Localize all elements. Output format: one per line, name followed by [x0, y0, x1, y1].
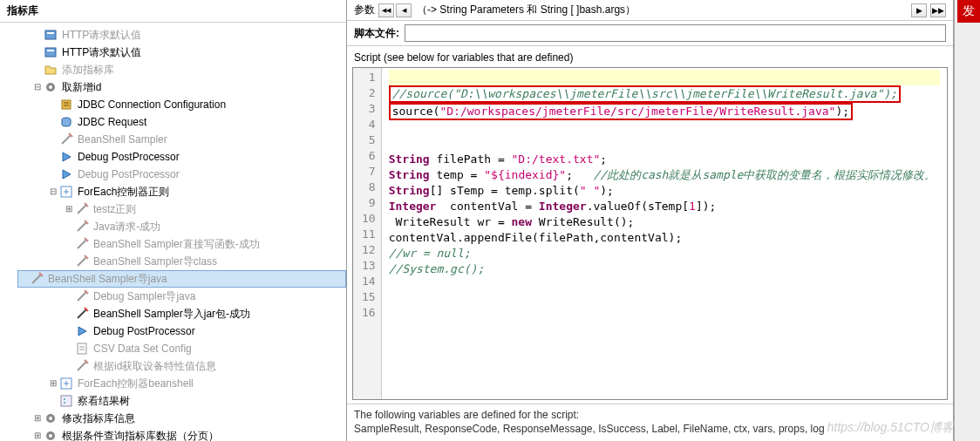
tree-item[interactable]: 根据id获取设备特性值信息 — [17, 357, 346, 375]
script-file-input[interactable] — [405, 24, 946, 42]
jdbc-req-icon — [59, 115, 73, 129]
tree-item[interactable]: 添加指标库 — [17, 61, 346, 78]
collapse-icon[interactable]: ⊟ — [49, 187, 58, 196]
sampler-icon — [75, 220, 89, 234]
foreach-icon — [59, 185, 73, 199]
expand-icon[interactable]: ⊞ — [49, 379, 58, 388]
tree-item[interactable]: ⊟ForEach控制器正则 — [17, 183, 346, 200]
tree-item[interactable]: ⊞testz正则 — [17, 200, 346, 218]
tree-item[interactable]: ⊞根据条件查询指标库数据（分页） — [17, 427, 346, 441]
footer-line-2: SampleResult, ResponseCode, ResponseMess… — [354, 422, 946, 436]
code-line[interactable]: source("D:/workspaces/jmeterFile/src/jme… — [389, 103, 940, 120]
nav-last-button[interactable]: ▶▶ — [930, 3, 946, 17]
tree-item[interactable]: JDBC Request — [17, 113, 346, 131]
gear-icon — [44, 411, 58, 425]
tree-item[interactable]: 察看结果树 — [17, 392, 346, 410]
tree-item-label: ForEach控制器正则 — [78, 184, 169, 200]
code-line[interactable]: Integer contentVal = Integer.valueOf(sTe… — [389, 199, 940, 214]
tree-item-label: BeanShell Sampler导java — [48, 271, 167, 287]
code-line[interactable]: String filePath = "D:/text.txt"; — [389, 152, 940, 167]
svg-rect-14 — [78, 343, 86, 354]
footer-line-1: The following variables are defined for … — [354, 408, 946, 422]
svg-point-5 — [49, 85, 52, 89]
toggle-placeholder — [65, 222, 73, 231]
sampler-icon — [30, 272, 44, 286]
tree-item[interactable]: CSV Data Set Config — [17, 340, 346, 357]
code-line[interactable] — [389, 309, 940, 324]
nav-next-button[interactable]: ▶ — [911, 3, 927, 17]
tree-item[interactable]: ⊟取新增id — [17, 78, 346, 96]
tree-item[interactable]: BeanShell Sampler直接写函数-成功 — [17, 235, 346, 253]
tree-item[interactable]: Debug Sampler导java — [17, 288, 346, 305]
code-line[interactable] — [389, 293, 940, 309]
svg-rect-2 — [45, 48, 56, 57]
tree-item[interactable]: HTTP请求默认值 — [17, 26, 346, 44]
csv-icon — [75, 342, 89, 356]
sampler-icon — [75, 359, 89, 373]
code-editor[interactable]: 12345678910111213141516 //source("D:\\wo… — [352, 67, 948, 400]
tree-item[interactable]: ⊞修改指标库信息 — [17, 410, 346, 427]
tree-item[interactable]: BeanShell Sampler导class — [17, 253, 346, 270]
toggle-placeholder — [65, 292, 73, 301]
tree-item[interactable]: HTTP请求默认值 — [17, 44, 346, 61]
http-icon — [44, 28, 58, 42]
nav-prev-button[interactable]: ◀ — [396, 3, 412, 17]
svg-rect-6 — [62, 100, 71, 109]
tree-item-label: HTTP请求默认值 — [62, 44, 141, 60]
tree-item[interactable]: Java请求-成功 — [17, 218, 346, 235]
svg-rect-0 — [45, 31, 56, 39]
expand-icon[interactable]: ⊞ — [65, 205, 73, 214]
collapse-icon[interactable]: ⊟ — [33, 83, 42, 92]
sampler-icon — [75, 237, 89, 251]
tree-item[interactable]: Debug PostProcessor — [17, 166, 346, 183]
code-line[interactable]: contentVal.appendFile(filePath,contentVa… — [389, 230, 940, 246]
tree-item[interactable]: BeanShell Sampler导入jar包-成功 — [17, 305, 346, 322]
code-line[interactable]: //System.gc(); — [389, 261, 940, 277]
svg-marker-11 — [63, 170, 71, 179]
tree-item[interactable]: JDBC Connection Configuration — [17, 96, 346, 113]
tree-item-label: Debug PostProcessor — [93, 323, 195, 339]
code-line[interactable] — [389, 120, 940, 136]
toggle-placeholder — [65, 309, 73, 318]
tree-item-label: 修改指标库信息 — [62, 410, 135, 426]
tree-item-label: Debug PostProcessor — [78, 166, 180, 182]
tree-item[interactable]: BeanShell Sampler — [17, 131, 346, 148]
toggle-placeholder — [33, 48, 42, 57]
tree-item[interactable]: Debug PostProcessor — [17, 148, 346, 166]
toggle-placeholder — [33, 65, 42, 74]
publish-button[interactable]: 发 — [957, 0, 980, 23]
code-line[interactable] — [389, 70, 940, 85]
tree-item-label: 根据条件查询指标库数据（分页） — [62, 428, 219, 441]
expand-icon[interactable]: ⊞ — [33, 414, 42, 423]
tree-item-label: 根据id获取设备特性值信息 — [93, 358, 216, 374]
nav-first-button[interactable]: ◀◀ — [378, 3, 394, 17]
toggle-placeholder — [49, 397, 58, 405]
tree-item-label: Debug Sampler导java — [93, 288, 195, 304]
tree-item-label: CSV Data Set Config — [93, 341, 192, 356]
tree-item-label: BeanShell Sampler导class — [93, 254, 217, 269]
code-line[interactable] — [389, 136, 940, 152]
code-line[interactable] — [389, 277, 940, 293]
debug-icon — [59, 167, 73, 181]
tree-view[interactable]: HTTP请求默认值HTTP请求默认值添加指标库⊟取新增idJDBC Connec… — [0, 23, 346, 441]
tree-item[interactable]: BeanShell Sampler导java — [17, 270, 346, 288]
expand-icon[interactable]: ⊞ — [33, 431, 42, 440]
debug-icon — [75, 324, 89, 338]
tree-item[interactable]: ⊞ForEach控制器beanshell — [17, 375, 346, 392]
tree-item-label: BeanShell Sampler直接写函数-成功 — [93, 236, 260, 252]
code-line[interactable]: WriteResult wr = new WriteResult(); — [389, 214, 940, 230]
tree-item-label: testz正则 — [93, 201, 136, 217]
code-area[interactable]: //source("D:\\workspaces\\jmeterFile\\sr… — [382, 68, 947, 399]
jdbc-icon — [59, 98, 73, 112]
code-line[interactable]: String temp = "${indexid}"; //此处的cash就是从… — [389, 167, 940, 183]
params-row: 参数 ◀◀ ◀ （ -> String Parameters 和 String … — [347, 0, 953, 21]
code-line[interactable]: //source("D:\\workspaces\\jmeterFile\\sr… — [389, 85, 940, 103]
tree-item[interactable]: Debug PostProcessor — [17, 322, 346, 340]
svg-marker-13 — [78, 327, 86, 336]
debug-icon — [59, 150, 73, 164]
params-label: 参数 — [354, 3, 375, 17]
code-line[interactable]: String[] sTemp = temp.split(" "); — [389, 183, 940, 199]
code-line[interactable]: //wr = null; — [389, 246, 940, 261]
editor-panel: 参数 ◀◀ ◀ （ -> String Parameters 和 String … — [347, 0, 954, 441]
foreach-icon — [59, 377, 73, 390]
